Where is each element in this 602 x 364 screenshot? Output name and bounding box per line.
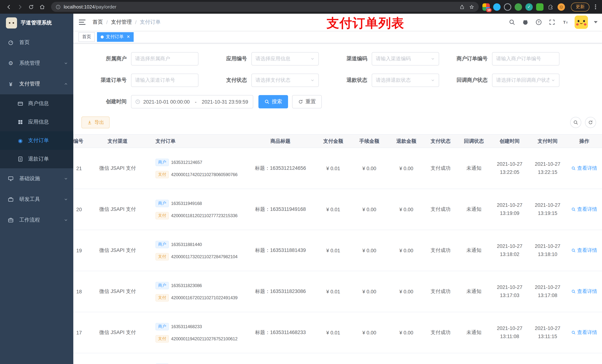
reset-button[interactable]: 重置 bbox=[292, 95, 322, 108]
close-icon[interactable]: ✕ bbox=[127, 35, 130, 39]
url-bar[interactable]: localhost:1024/pay/order bbox=[51, 2, 479, 12]
cell-refund: ¥ 0.00 bbox=[389, 148, 424, 189]
extension-chat-icon[interactable] bbox=[536, 3, 544, 10]
extension-check-icon[interactable]: ✓ bbox=[525, 3, 533, 10]
sidebar-item-home[interactable]: 首页 bbox=[0, 32, 73, 53]
bank-card-icon bbox=[17, 101, 24, 106]
sidebar-item-pay-order[interactable]: ◉ 支付订单 bbox=[0, 131, 73, 150]
extension-ring-icon[interactable] bbox=[504, 3, 511, 10]
pay-tag: 支付 bbox=[155, 253, 169, 260]
extension-drop-icon[interactable] bbox=[493, 3, 501, 10]
table-row[interactable]: 19 微信 JSAPI 支付 商户 1635311881440 支付 42000… bbox=[73, 230, 602, 271]
clock-icon bbox=[135, 99, 140, 104]
tab-home[interactable]: 首页 bbox=[78, 32, 95, 42]
filter-control[interactable]: 请输入商户订单编号 bbox=[492, 52, 559, 65]
browser-menu-icon[interactable] bbox=[592, 4, 598, 9]
chevron-down-icon bbox=[430, 57, 435, 61]
sidebar-item-infra[interactable]: 基础设施 bbox=[0, 168, 73, 189]
filter-control[interactable]: 请选择订单回调商户状态 bbox=[492, 74, 559, 87]
table-row[interactable]: 18 微信 JSAPI 支付 商户 1635311823086 支付 42000… bbox=[73, 271, 602, 312]
breadcrumb-pay-mgmt[interactable]: 支付管理 bbox=[111, 19, 132, 26]
search-icon[interactable] bbox=[508, 18, 516, 26]
extension-grid-icon[interactable]: 10 bbox=[483, 3, 490, 10]
sidebar-item-label: 基础设施 bbox=[19, 175, 40, 182]
sidebar-item-workflow[interactable]: 工作流程 bbox=[0, 210, 73, 230]
fullscreen-icon[interactable] bbox=[548, 18, 556, 26]
cell-actions: 查看详情 bbox=[567, 271, 602, 312]
toggle-search-icon[interactable] bbox=[570, 117, 581, 128]
filter-control[interactable]: 请输入渠道编码 bbox=[372, 52, 439, 65]
filter-control[interactable]: 请选择所属商户 bbox=[131, 52, 198, 65]
cell-title: 标题：1635311881439 bbox=[244, 230, 317, 271]
create-time-range[interactable]: 2021-10-01 00:00:00 - 2021-10-31 23:59:5… bbox=[131, 95, 253, 108]
bookmark-star-icon[interactable] bbox=[469, 4, 474, 10]
cell-channel: 微信 JSAPI 支付 bbox=[83, 312, 152, 353]
merchant-order-no: 1635311468233 bbox=[171, 324, 202, 329]
filter-label: 所属商户 bbox=[78, 55, 131, 62]
view-detail-link[interactable]: 查看详情 bbox=[571, 288, 597, 295]
extension-smiley-icon[interactable]: ☺ bbox=[558, 3, 565, 10]
filter-placeholder: 请输入渠道订单号 bbox=[135, 77, 194, 83]
tab-pay-order[interactable]: 支付订单 ✕ bbox=[97, 32, 134, 42]
cell-amount: ¥ 0.01 bbox=[317, 189, 350, 230]
share-icon[interactable] bbox=[460, 4, 465, 10]
browser-update-button[interactable]: 更新 bbox=[571, 2, 589, 11]
search-button-label: 搜索 bbox=[272, 98, 282, 105]
sidebar-item-system[interactable]: ⚙ 系统管理 bbox=[0, 53, 73, 74]
table-row[interactable]: 20 微信 JSAPI 支付 商户 1635311949168 支付 42000… bbox=[73, 189, 602, 230]
browser-home-icon[interactable] bbox=[37, 2, 47, 12]
sidebar-item-dev-tools[interactable]: 研发工具 bbox=[0, 189, 73, 210]
cell-actions: 查看详情 bbox=[567, 312, 602, 353]
font-size-icon[interactable]: TT bbox=[561, 18, 570, 26]
browser-reload-icon[interactable] bbox=[26, 2, 36, 12]
browser-back-icon[interactable] bbox=[4, 2, 14, 12]
filter-placeholder: 请输入商户订单编号 bbox=[496, 55, 555, 62]
browser-forward-icon[interactable] bbox=[15, 2, 25, 12]
user-avatar[interactable] bbox=[575, 16, 588, 29]
table-row-partial[interactable]: 商户 1635311157136 bbox=[73, 353, 602, 364]
sidebar-item-merchant-info[interactable]: 商户信息 bbox=[0, 94, 73, 113]
refresh-icon[interactable] bbox=[585, 117, 596, 128]
breadcrumb-home[interactable]: 首页 bbox=[93, 19, 103, 26]
sidebar-item-app-info[interactable]: 应用信息 bbox=[0, 113, 73, 131]
github-icon[interactable] bbox=[521, 18, 529, 26]
view-detail-link[interactable]: 查看详情 bbox=[571, 165, 597, 172]
filter-control[interactable]: 请选择支付状态 bbox=[251, 74, 319, 87]
sidebar-item-refund-order[interactable]: 退款订单 bbox=[0, 150, 73, 168]
export-button-label: 导出 bbox=[94, 119, 104, 126]
sidebar-toggle-icon[interactable] bbox=[77, 17, 88, 28]
filter-control[interactable]: 请选择退款状态 bbox=[372, 74, 439, 87]
filter-control[interactable]: 请输入渠道订单号 bbox=[131, 74, 198, 87]
top-navbar: 首页 / 支付管理 / 支付订单 支付订单列表 ? bbox=[73, 14, 602, 31]
breadcrumb: 首页 / 支付管理 / 支付订单 bbox=[93, 19, 161, 26]
chevron-down-icon bbox=[64, 197, 68, 202]
cell-pay-order: 商户 1635311949168 支付 42000011812021102777… bbox=[152, 189, 244, 230]
cell-actions: 查看详情 bbox=[567, 230, 602, 271]
extensions-pin-icon[interactable] bbox=[547, 3, 554, 10]
col-refund: 退款金额 bbox=[389, 135, 424, 148]
extension-green-icon[interactable] bbox=[515, 3, 522, 10]
cell-id: 17 bbox=[73, 312, 83, 353]
search-button[interactable]: 搜索 bbox=[258, 95, 288, 108]
table-row[interactable]: 17 微信 JSAPI 支付 商户 1635311468233 支付 42000… bbox=[73, 312, 602, 353]
filter-control[interactable]: 请选择应用信息 bbox=[251, 52, 319, 65]
export-button[interactable]: 导出 bbox=[81, 116, 110, 128]
view-detail-link[interactable]: 查看详情 bbox=[571, 247, 597, 254]
merchant-tag: 商户 bbox=[155, 323, 169, 330]
view-detail-link[interactable]: 查看详情 bbox=[571, 206, 597, 213]
cell-channel: 微信 JSAPI 支付 bbox=[83, 271, 152, 312]
avatar-caret-icon[interactable] bbox=[594, 21, 598, 23]
cell-refund: ¥ 0.00 bbox=[389, 271, 424, 312]
channel-pay-no: 4200001167202110271022491439 bbox=[171, 295, 237, 300]
col-channel: 支付渠道 bbox=[83, 135, 152, 148]
help-icon[interactable]: ? bbox=[535, 18, 543, 26]
orders-tbody: 21 微信 JSAPI 支付 商户 1635312124657 支付 42000… bbox=[73, 148, 602, 353]
app-logo-row[interactable]: 芋道管理系统 bbox=[0, 14, 73, 32]
yen-icon: ¥ bbox=[7, 81, 14, 87]
view-detail-link[interactable]: 查看详情 bbox=[571, 329, 597, 336]
sidebar-item-payment[interactable]: ¥ 支付管理 bbox=[0, 74, 73, 94]
table-row[interactable]: 21 微信 JSAPI 支付 商户 1635312124657 支付 42000… bbox=[73, 148, 602, 189]
pay-tag: 支付 bbox=[155, 212, 169, 219]
site-info-icon[interactable] bbox=[55, 4, 61, 10]
cell-fee: ¥ 0.00 bbox=[350, 230, 389, 271]
